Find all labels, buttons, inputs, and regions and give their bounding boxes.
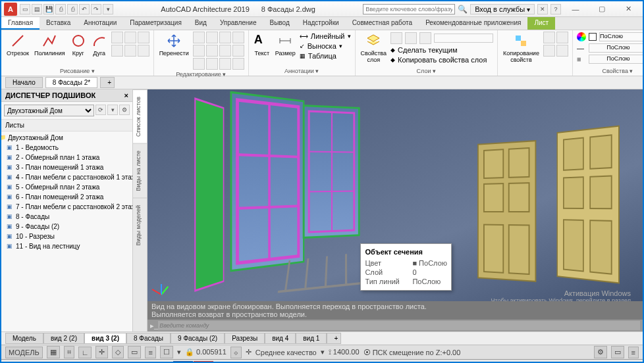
start-button[interactable]: [3, 361, 24, 364]
space-toggle[interactable]: МОДЕЛЬ: [5, 347, 43, 358]
exchange-icon[interactable]: ✕: [537, 4, 548, 14]
otrack-toggle-icon[interactable]: ▭: [128, 346, 141, 358]
dimension-button[interactable]: Размер: [274, 32, 297, 58]
app-menu-icon[interactable]: A: [4, 3, 17, 16]
color-swatch-icon[interactable]: [577, 32, 586, 41]
osnap-toggle-icon[interactable]: ◇: [112, 346, 124, 358]
panel-annot-title[interactable]: Аннотации ▾: [253, 66, 351, 74]
tab-manage[interactable]: Управление: [213, 17, 263, 30]
layout-tab-add[interactable]: +: [327, 333, 341, 344]
viewport[interactable]: [+][Пользовательский вид][Концептуальный…: [148, 89, 643, 331]
sheet-item[interactable]: 10 - Разрезы: [4, 231, 130, 241]
line-button[interactable]: Отрезок: [5, 32, 30, 58]
transparency-icon[interactable]: ☐: [160, 346, 173, 358]
cleanscreen-icon[interactable]: ▭: [611, 346, 624, 358]
tab-output[interactable]: Вывод: [263, 17, 296, 30]
polar-toggle-icon[interactable]: ✛: [95, 346, 108, 358]
color-dropdown[interactable]: ПоСлою: [599, 32, 644, 41]
linetype-dropdown[interactable]: ПоСлою: [589, 55, 644, 64]
tab-home[interactable]: Главная: [1, 17, 40, 30]
palette-options-icon[interactable]: ▾: [107, 105, 118, 115]
qat-save-icon[interactable]: 💾: [43, 4, 54, 14]
explorer-icon[interactable]: 📁: [153, 361, 173, 364]
qat-redo-icon[interactable]: ↷: [91, 4, 101, 14]
polyline-button[interactable]: Полилиния: [33, 32, 67, 58]
layer-freeze-icon[interactable]: [405, 32, 417, 44]
tab-view[interactable]: Вид: [188, 17, 213, 30]
taskbar-app-icon[interactable]: 📋: [234, 361, 254, 364]
statusbar-menu-icon[interactable]: ≡: [628, 347, 639, 358]
close-button[interactable]: ✕: [616, 3, 640, 16]
qat-new-icon[interactable]: ▭: [20, 4, 30, 14]
matchprop-button[interactable]: Копирование свойств: [502, 32, 541, 64]
table-button[interactable]: ▦ Таблица: [300, 52, 351, 60]
tab-addins[interactable]: Надстройки: [296, 17, 346, 30]
doc-tab-new[interactable]: +: [100, 77, 115, 88]
tab-annotate[interactable]: Аннотации: [77, 17, 123, 30]
doc-tab-start[interactable]: Начало: [5, 77, 43, 88]
block-flyout[interactable]: [543, 32, 568, 57]
project-dropdown[interactable]: Двухэтажный Дом: [4, 105, 94, 116]
sheet-item[interactable]: 9 - Фасады (2): [4, 222, 130, 231]
qat-saveas-icon[interactable]: ⎙: [55, 4, 66, 14]
snap-toggle-icon[interactable]: ⌗: [64, 346, 74, 358]
customize-icon[interactable]: ⚙: [594, 346, 607, 358]
arc-button[interactable]: Дуга: [90, 32, 109, 58]
linear-dim-button[interactable]: ⟷ Линейный ▾: [300, 32, 351, 40]
quality-value[interactable]: Среднее качество: [255, 349, 317, 356]
palette-close-icon[interactable]: ×: [124, 91, 128, 99]
modify-flyout[interactable]: [193, 32, 244, 70]
tab-featured[interactable]: Рекомендованные приложения: [419, 17, 527, 30]
vtab-model-views[interactable]: Виды моделей: [133, 198, 147, 253]
sheet-item[interactable]: 6 - План помещений 2 этажа: [4, 192, 130, 202]
tab-collab[interactable]: Совместная работа: [346, 17, 419, 30]
sheet-item[interactable]: 7 - План мебели с расстановкой 2 этажа: [4, 202, 130, 212]
layout-tab[interactable]: 9 Фасады (2): [171, 333, 225, 344]
sheet-item[interactable]: 2 - Обмерный план 1 этажа: [4, 153, 130, 162]
tab-layout[interactable]: Лист: [527, 17, 555, 30]
text-button[interactable]: AТекст: [253, 32, 271, 58]
palette-refresh-icon[interactable]: ⟳: [95, 105, 106, 115]
circle-button[interactable]: Круг: [69, 32, 88, 58]
word-icon[interactable]: W: [173, 361, 193, 364]
sheet-item[interactable]: 3 - План помещений 1 этажа: [4, 162, 130, 172]
doc-tab-file[interactable]: 8 Фасады 2*: [45, 77, 97, 88]
lineweight-dropdown[interactable]: ПоСлою: [589, 43, 644, 53]
qat-more-icon[interactable]: ▾: [103, 4, 113, 14]
draw-flyout[interactable]: [111, 32, 149, 57]
leader-button[interactable]: ↙ Выноска ▾: [300, 42, 351, 50]
layout-tab[interactable]: вид 4: [265, 333, 296, 344]
sheet-item[interactable]: 11 - Вид на лестницу: [4, 241, 130, 251]
chrome-icon[interactable]: 🌐: [214, 361, 234, 364]
layout-tab-model[interactable]: Модель: [5, 333, 43, 344]
layout-tab[interactable]: вид 2 (2): [43, 333, 84, 344]
autocad-icon[interactable]: A: [194, 361, 213, 364]
sheet-item[interactable]: 8 - Фасады: [4, 212, 130, 222]
vtab-views[interactable]: Виды на листе: [133, 143, 147, 198]
qat-print-icon[interactable]: ⎙: [67, 4, 78, 14]
grid-toggle-icon[interactable]: ▦: [47, 346, 60, 358]
tree-root[interactable]: Двухэтажный Дом: [4, 133, 130, 143]
layout-tab[interactable]: вид 3 (2): [84, 333, 126, 344]
make-current-button[interactable]: ◆ Сделать текущим: [390, 46, 493, 54]
tab-parametric[interactable]: Параметризация: [123, 17, 188, 30]
palette-settings-icon[interactable]: ⚙: [119, 105, 130, 115]
layer-lock-icon[interactable]: [419, 32, 431, 44]
lwt-toggle-icon[interactable]: ≡: [145, 347, 155, 358]
layer-state-icon[interactable]: [390, 32, 402, 44]
sheet-item[interactable]: 1 - Ведомость: [4, 143, 130, 153]
vtab-sheets[interactable]: Список листов: [133, 89, 147, 143]
maximize-button[interactable]: ▢: [590, 3, 614, 16]
minimize-button[interactable]: —: [564, 3, 587, 16]
command-input[interactable]: [158, 321, 640, 330]
search-icon[interactable]: 🔍: [458, 5, 468, 14]
layout-tab[interactable]: Разрезы: [225, 333, 265, 344]
layout-tab[interactable]: 8 Фасады: [126, 333, 171, 344]
qat-undo-icon[interactable]: ↶: [79, 4, 90, 14]
layer-props-button[interactable]: Свойства слоя: [360, 32, 389, 64]
tab-insert[interactable]: Вставка: [40, 17, 77, 30]
sheet-item[interactable]: 5 - Обмерный план 2 этажа: [4, 182, 130, 192]
match-layer-button[interactable]: ◆ Копировать свойства слоя: [390, 56, 493, 64]
layer-dropdown[interactable]: [434, 34, 493, 43]
panel-props-title[interactable]: Свойства ▾: [577, 66, 644, 74]
